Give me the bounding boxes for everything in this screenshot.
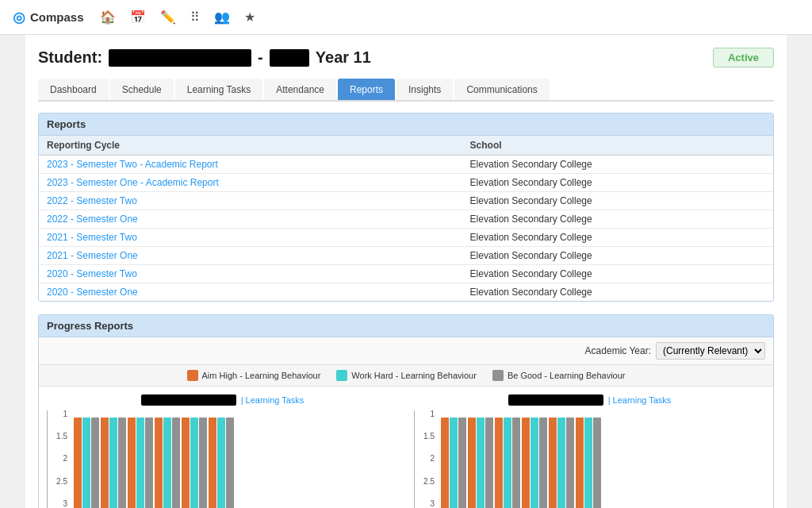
legend-color-work-hard	[336, 370, 347, 381]
bar-gray	[145, 418, 153, 508]
calendar-icon[interactable]: 📅	[130, 10, 146, 25]
main-content: Student: - Year 11 Active Dashboard Sche…	[25, 35, 787, 508]
chart-2-wrap: 4 3.5 3 2.5 2 1.5 1	[414, 410, 765, 508]
brand-logo[interactable]: ◎ Compass	[13, 9, 84, 26]
report-link[interactable]: 2023 - Semester Two - Academic Report	[47, 159, 218, 170]
bar-gray	[485, 418, 493, 508]
table-row: 2022 - Semester OneElevation Secondary C…	[39, 210, 773, 229]
report-school: Elevation Secondary College	[462, 283, 773, 302]
legend-be-good: Be Good - Learning Behaviour	[492, 370, 626, 381]
col-school: School	[462, 136, 773, 156]
chart-1: | Learning Tasks 4 3.5 3 2.5 2 1.5 1	[47, 394, 398, 508]
progress-controls: Academic Year: (Currently Relevant)	[39, 337, 773, 365]
legend-color-be-good	[492, 370, 504, 381]
bar-orange	[209, 418, 216, 508]
report-link[interactable]: 2020 - Semester One	[47, 287, 138, 298]
chart-2-link[interactable]: | Learning Tasks	[608, 395, 672, 405]
bar-set	[522, 418, 547, 508]
report-school: Elevation Secondary College	[462, 210, 773, 229]
bar-cyan	[557, 418, 565, 508]
student-title: Student: - Year 11	[38, 48, 371, 67]
bar-gray	[512, 418, 520, 508]
legend-color-aim-high	[187, 370, 198, 381]
legend-label-work-hard: Work Hard - Learning Behaviour	[351, 371, 477, 380]
bar-gray	[172, 418, 180, 508]
active-status-badge: Active	[713, 48, 774, 67]
grid-icon[interactable]: ⠿	[190, 10, 200, 25]
bar-orange	[468, 418, 476, 508]
brand-name: Compass	[30, 10, 84, 24]
report-school: Elevation Secondary College	[462, 265, 773, 283]
pencil-icon[interactable]: ✏️	[160, 10, 176, 25]
chart-1-wrap: 4 3.5 3 2.5 2 1.5 1	[47, 410, 398, 508]
table-row: 2023 - Semester One - Academic ReportEle…	[39, 174, 773, 192]
bar-orange	[128, 418, 136, 508]
bar-set	[155, 418, 180, 508]
report-school: Elevation Secondary College	[462, 192, 773, 210]
bar-set	[74, 418, 99, 508]
table-row: 2021 - Semester OneElevation Secondary C…	[39, 247, 773, 265]
tab-communications[interactable]: Communications	[454, 79, 549, 100]
bar-cyan	[136, 418, 144, 508]
tab-reports[interactable]: Reports	[338, 79, 395, 100]
report-link[interactable]: 2020 - Semester Two	[47, 268, 137, 279]
star-icon[interactable]: ★	[244, 10, 255, 25]
table-row: 2021 - Semester TwoElevation Secondary C…	[39, 229, 773, 247]
report-link[interactable]: 2021 - Semester Two	[47, 232, 137, 243]
tab-insights[interactable]: Insights	[396, 79, 453, 100]
chart-2: | Learning Tasks 4 3.5 3 2.5 2 1.5 1	[414, 394, 765, 508]
tab-schedule[interactable]: Schedule	[110, 79, 174, 100]
bar-set	[101, 418, 126, 508]
nav-icons-group: 🏠 📅 ✏️ ⠿ 👥 ★	[100, 10, 255, 25]
bar-gray	[566, 418, 574, 508]
bar-cyan	[217, 418, 225, 508]
report-link[interactable]: 2023 - Semester One - Academic Report	[47, 177, 219, 188]
charts-area: | Learning Tasks 4 3.5 3 2.5 2 1.5 1	[39, 387, 773, 508]
report-link[interactable]: 2021 - Semester One	[47, 250, 138, 261]
home-icon[interactable]: 🏠	[100, 10, 116, 25]
tab-attendance[interactable]: Attendance	[264, 79, 336, 100]
student-label: Student:	[38, 48, 102, 67]
chart-1-link[interactable]: | Learning Tasks	[241, 395, 304, 405]
chart-legend: Aim High - Learning Behaviour Work Hard …	[39, 365, 773, 387]
bar-orange	[182, 418, 190, 508]
report-school: Elevation Secondary College	[462, 229, 773, 247]
chart-2-bars	[439, 410, 603, 508]
bar-gray	[91, 418, 99, 508]
bar-set	[441, 418, 466, 508]
tab-learning-tasks[interactable]: Learning Tasks	[175, 79, 263, 100]
report-link[interactable]: 2022 - Semester Two	[47, 195, 137, 206]
reports-table: Reporting Cycle School 2023 - Semester T…	[39, 136, 773, 301]
bar-orange	[155, 418, 163, 508]
bar-set	[182, 418, 207, 508]
bar-set	[468, 418, 493, 508]
report-school: Elevation Secondary College	[462, 156, 773, 174]
student-name-redacted	[109, 49, 251, 67]
report-school: Elevation Secondary College	[462, 247, 773, 265]
report-link[interactable]: 2022 - Semester One	[47, 214, 138, 225]
bar-orange	[74, 418, 82, 508]
bar-gray	[118, 418, 126, 508]
report-school: Elevation Secondary College	[462, 174, 773, 192]
academic-year-select[interactable]: (Currently Relevant)	[656, 342, 765, 360]
bar-orange	[549, 418, 557, 508]
chart-1-title: | Learning Tasks	[47, 394, 398, 406]
chart-1-y-axis: 4 3.5 3 2.5 2 1.5 1	[48, 410, 70, 508]
bar-cyan	[190, 418, 198, 508]
bar-cyan	[477, 418, 485, 508]
bar-cyan	[109, 418, 117, 508]
bar-set	[576, 418, 601, 508]
chart-2-title-redacted	[508, 394, 603, 406]
compass-icon: ◎	[13, 9, 25, 26]
chart-1-bars	[71, 410, 236, 508]
tab-dashboard[interactable]: Dashboard	[38, 79, 109, 100]
bar-cyan	[82, 418, 90, 508]
people-icon[interactable]: 👥	[214, 10, 230, 25]
table-row: 2020 - Semester OneElevation Secondary C…	[39, 283, 773, 302]
chart-1-title-redacted	[141, 394, 236, 406]
academic-year-label: Academic Year:	[585, 345, 651, 356]
student-year: Year 11	[316, 48, 371, 67]
bar-orange	[101, 418, 109, 508]
reports-section-header: Reports	[39, 114, 773, 136]
bar-cyan	[163, 418, 171, 508]
